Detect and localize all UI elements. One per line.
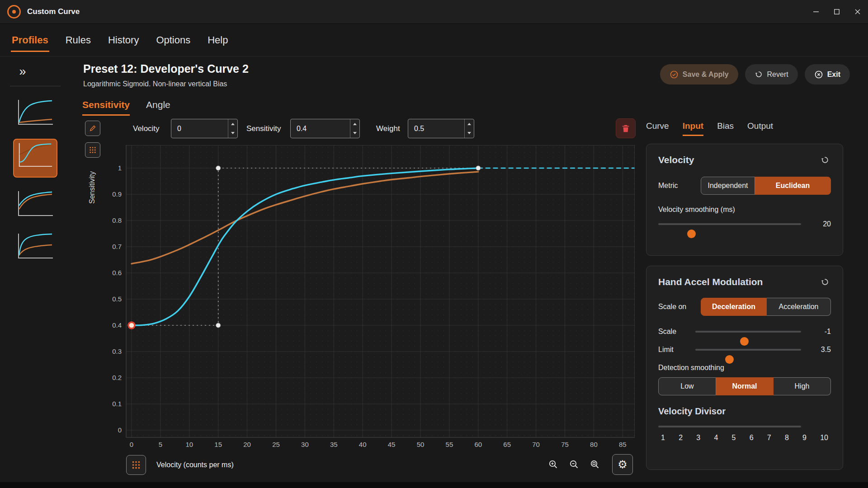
x-tick-label: 5 <box>159 441 162 448</box>
limit-slider[interactable] <box>695 349 801 351</box>
divisor-value-9[interactable]: 9 <box>802 434 807 442</box>
velocity-spin-up[interactable] <box>228 119 237 129</box>
tab-curve[interactable]: Curve <box>646 121 669 136</box>
reset-icon <box>821 155 830 164</box>
save-apply-button[interactable]: Save & Apply <box>660 64 738 84</box>
divisor-value-2[interactable]: 2 <box>679 434 683 442</box>
tab-bias[interactable]: Bias <box>717 121 734 136</box>
edit-mode-button[interactable] <box>85 121 100 136</box>
detection-option-low[interactable]: Low <box>658 377 716 395</box>
hand-accel-reset-button[interactable] <box>819 276 831 288</box>
tab-angle[interactable]: Angle <box>146 99 170 116</box>
window-bottom-edge <box>0 482 868 488</box>
limit-slider-thumb[interactable] <box>725 355 734 364</box>
scale-on-option-acceleration[interactable]: Acceleration <box>767 298 831 316</box>
sensitivity-spin-up[interactable] <box>350 119 359 129</box>
save-apply-label: Save & Apply <box>683 70 729 79</box>
revert-button[interactable]: Revert <box>745 64 798 84</box>
nav-tab-help[interactable]: Help <box>207 28 229 52</box>
limit-value: 3.5 <box>806 346 831 354</box>
profile-thumbnail-1[interactable] <box>13 96 57 129</box>
zoom-in-button[interactable] <box>544 455 562 474</box>
y-tick-label: 0 <box>118 426 122 434</box>
x-tick-label: 40 <box>359 441 367 448</box>
tab-input[interactable]: Input <box>683 121 703 136</box>
close-button[interactable] <box>847 0 868 23</box>
profile-thumbnail-3[interactable] <box>13 188 57 220</box>
velocity-reset-button[interactable] <box>819 154 831 166</box>
divisor-value-1[interactable]: 1 <box>661 434 665 442</box>
zoom-out-button[interactable] <box>565 455 583 474</box>
velocity-input[interactable]: 0 <box>171 119 238 138</box>
x-tick-label: 50 <box>417 441 425 448</box>
tab-output[interactable]: Output <box>747 121 773 136</box>
curve-chart[interactable]: 051015202530354045505560657075808500.10.… <box>99 145 635 450</box>
sensitivity-input[interactable]: 0.4 <box>290 119 360 138</box>
exit-button[interactable]: Exit <box>805 64 850 84</box>
scale-on-label: Scale on <box>658 303 686 311</box>
limit-label: Limit <box>658 346 695 354</box>
zoom-fit-icon <box>590 459 600 470</box>
profile-thumbnail-2-selected[interactable] <box>13 139 57 178</box>
snap-grid-button[interactable] <box>85 142 100 158</box>
divisor-value-4[interactable]: 4 <box>714 434 718 442</box>
detection-option-normal[interactable]: Normal <box>716 377 774 395</box>
zoom-fit-button[interactable] <box>586 455 604 474</box>
main-nav: Profiles Rules History Options Help <box>0 24 868 56</box>
divisor-value-10[interactable]: 10 <box>820 434 828 442</box>
zoom-out-icon <box>569 459 580 470</box>
divisor-value-7[interactable]: 7 <box>767 434 771 442</box>
weight-input[interactable]: 0.5 <box>408 119 474 138</box>
metric-option-euclidean[interactable]: Euclidean <box>755 177 831 195</box>
scale-on-option-deceleration[interactable]: Deceleration <box>701 298 767 316</box>
tab-sensitivity[interactable]: Sensitivity <box>82 99 130 116</box>
minimize-button[interactable] <box>806 0 826 23</box>
scale-slider[interactable] <box>695 331 801 333</box>
velocity-smoothing-slider-thumb[interactable] <box>687 230 696 238</box>
y-tick-label: 0.7 <box>112 243 122 250</box>
nav-tab-profiles[interactable]: Profiles <box>11 28 49 52</box>
metric-option-independent[interactable]: Independent <box>701 177 755 195</box>
divisor-value-8[interactable]: 8 <box>785 434 789 442</box>
plot-dot-grid <box>126 145 635 437</box>
sensitivity-spin-down[interactable] <box>350 129 359 138</box>
check-circle-icon <box>670 70 679 79</box>
scale-slider-thumb[interactable] <box>740 337 749 346</box>
divisor-value-3[interactable]: 3 <box>696 434 700 442</box>
x-tick-label: 70 <box>532 441 540 448</box>
nav-tab-rules[interactable]: Rules <box>65 28 92 52</box>
velocity-divisor-slider[interactable] <box>658 426 801 427</box>
control-point-selected[interactable] <box>128 322 135 328</box>
divisor-value-6[interactable]: 6 <box>750 434 754 442</box>
sidebar-expand-button[interactable]: » <box>13 62 33 80</box>
delete-point-button[interactable] <box>616 118 636 138</box>
reset-icon <box>821 277 830 286</box>
close-icon <box>854 8 861 15</box>
control-point[interactable] <box>216 166 221 170</box>
velocity-divisor-title: Velocity Divisor <box>658 406 831 417</box>
y-tick-label: 1 <box>118 164 122 172</box>
velocity-smoothing-slider[interactable] <box>658 223 801 225</box>
control-point[interactable] <box>476 166 481 170</box>
chart-settings-button[interactable]: ⚙ <box>612 454 633 475</box>
profile-thumbnail-4[interactable] <box>13 230 57 263</box>
velocity-spin-down[interactable] <box>228 129 237 138</box>
x-circle-icon <box>814 70 823 79</box>
revert-label: Revert <box>767 70 788 79</box>
detection-option-high[interactable]: High <box>774 377 831 395</box>
nav-tab-history[interactable]: History <box>107 28 140 52</box>
grid-toggle-button[interactable] <box>126 455 146 475</box>
control-point[interactable] <box>216 323 221 328</box>
detection-smoothing-label: Detection smoothing <box>658 364 831 372</box>
divisor-value-5[interactable]: 5 <box>732 434 736 442</box>
settings-tabs: Curve Input Bias Output <box>646 121 773 136</box>
y-tick-label: 0.5 <box>112 295 122 303</box>
maximize-button[interactable] <box>826 0 847 23</box>
weight-spin-down[interactable] <box>465 129 474 138</box>
nav-tab-options[interactable]: Options <box>155 28 191 52</box>
gear-icon: ⚙ <box>618 458 627 471</box>
velocity-smoothing-value: 20 <box>806 220 831 228</box>
sensitivity-spinners <box>350 119 359 138</box>
weight-spin-up[interactable] <box>465 119 474 129</box>
maximize-icon <box>833 8 840 15</box>
